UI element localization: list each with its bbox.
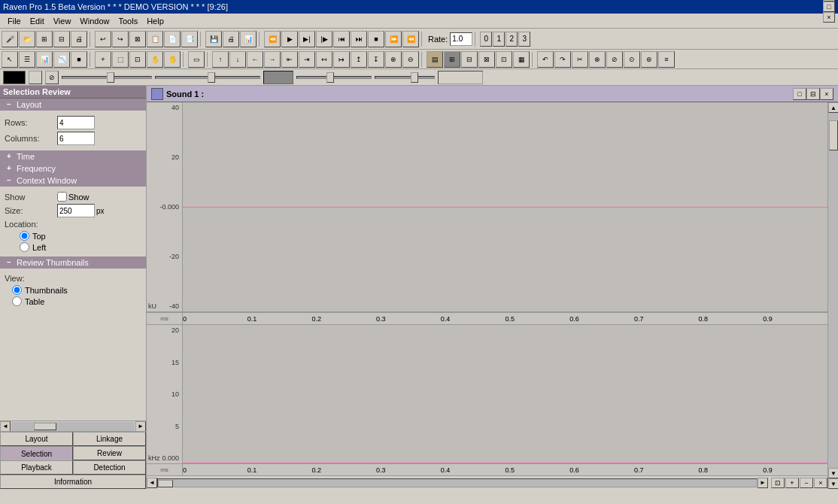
tb-btn-15[interactable]: ▶ — [281, 31, 298, 47]
zoom-minus-button[interactable]: − — [800, 478, 813, 488]
zoom-plus-button[interactable]: + — [785, 478, 799, 488]
tb2-btn-30[interactable]: ↶ — [537, 51, 554, 68]
print-button[interactable]: 🖨 — [71, 31, 87, 47]
vscroll-up-button[interactable]: ▲ — [828, 102, 838, 113]
play-sel-button[interactable]: ▶| — [299, 31, 315, 47]
fit-button[interactable]: ⊡ — [771, 478, 785, 488]
right-sel-button[interactable]: → — [264, 51, 281, 68]
rows-input[interactable] — [57, 116, 95, 129]
view-btn-5[interactable]: ⊡ — [496, 51, 512, 68]
num-0[interactable]: 0 — [480, 32, 492, 47]
tb2-btn-17[interactable]: ⇤ — [281, 51, 298, 68]
tb2-btn-23[interactable]: ⊕ — [385, 51, 402, 68]
tb-btn-20[interactable]: ■ — [368, 31, 384, 47]
freq-section-header[interactable]: + Frequency — [0, 162, 146, 175]
grid2-button[interactable]: ⊟ — [53, 31, 70, 47]
rate-input[interactable] — [450, 32, 472, 46]
menu-file[interactable]: File — [3, 15, 26, 27]
up-button[interactable]: ↑ — [212, 51, 229, 68]
num-2[interactable]: 2 — [506, 32, 518, 47]
bar-button[interactable]: 📊 — [36, 51, 53, 68]
tb-btn-6[interactable]: ↪ — [112, 31, 129, 47]
view-btn-3[interactable]: ⊟ — [461, 51, 478, 68]
menu-tools[interactable]: Tools — [114, 15, 142, 27]
open-button[interactable]: 📂 — [19, 31, 35, 47]
color-picker[interactable] — [3, 71, 26, 84]
hscroll-track[interactable] — [11, 422, 135, 431]
vscroll-extra-button[interactable]: ▼ — [828, 478, 838, 489]
tb-btn-22[interactable]: ⏪ — [402, 31, 419, 47]
add-button[interactable]: + — [95, 51, 111, 68]
tb2-btn-31[interactable]: ↷ — [554, 51, 571, 68]
ctx-top-radio[interactable] — [20, 231, 29, 241]
tb2-btn-20[interactable]: ↦ — [333, 51, 350, 68]
tb-btn-13[interactable]: 📊 — [240, 31, 257, 47]
menu-window[interactable]: Window — [75, 15, 114, 27]
tb2-btn-32[interactable]: ✂ — [572, 51, 588, 68]
sound-close-button[interactable]: × — [820, 88, 833, 100]
tb2-btn-22[interactable]: ↧ — [368, 51, 384, 68]
sel-button[interactable]: ⬚ — [112, 51, 129, 68]
time-section-header[interactable]: + Time — [0, 150, 146, 162]
ctx-left-radio[interactable] — [20, 242, 29, 252]
tb2-btn-19[interactable]: ↤ — [316, 51, 332, 68]
ctx-size-input[interactable] — [57, 204, 95, 217]
tb-btn-17[interactable]: |▶ — [316, 31, 332, 47]
tb-btn-8[interactable]: 📋 — [147, 31, 163, 47]
hand-button[interactable]: ✋ — [147, 51, 163, 68]
tab-playback[interactable]: Playback — [0, 460, 73, 475]
hscroll-thumb[interactable] — [34, 423, 56, 430]
num-3[interactable]: 3 — [518, 32, 530, 47]
hscroll-right-button[interactable]: ► — [135, 421, 146, 432]
vscroll-thumb[interactable] — [829, 120, 838, 150]
view-btn-2[interactable]: ⊞ — [444, 51, 460, 68]
tb-btn-21[interactable]: ⏩ — [385, 31, 402, 47]
tb2-btn-36[interactable]: ⊚ — [641, 51, 657, 68]
sound-restore-button[interactable]: ⊟ — [806, 88, 820, 100]
tb2-btn-33[interactable]: ⊗ — [589, 51, 606, 68]
layout-section-header[interactable]: − Layout — [0, 99, 146, 111]
brightness-slider[interactable] — [62, 76, 152, 79]
vscroll-track[interactable] — [828, 113, 838, 468]
hscroll-left-button[interactable]: ◄ — [0, 421, 11, 432]
tb2-btn-37[interactable]: ≡ — [658, 51, 675, 68]
cols-input[interactable] — [57, 132, 95, 145]
tb2-btn-18[interactable]: ⇥ — [299, 51, 315, 68]
contrast-slider[interactable] — [155, 76, 260, 79]
table-radio[interactable] — [12, 296, 22, 306]
review-section-header[interactable]: − Review Thumbnails — [0, 257, 146, 269]
tb-btn-5[interactable]: ↩ — [95, 31, 111, 47]
vscroll-down-button[interactable]: ▼ — [828, 468, 838, 478]
list-button[interactable]: ☰ — [19, 51, 35, 68]
tab-information[interactable]: Information — [0, 475, 146, 489]
tb2-btn-24[interactable]: ⊖ — [402, 51, 419, 68]
sel2-button[interactable]: ⊡ — [129, 51, 146, 68]
menu-view[interactable]: View — [49, 15, 76, 27]
view-btn-1[interactable]: ▤ — [427, 51, 443, 68]
h-scroll-thumb[interactable] — [158, 480, 173, 487]
tb-btn-7[interactable]: ⊠ — [129, 31, 146, 47]
tb2-btn-35[interactable]: ⊙ — [624, 51, 640, 68]
grid-button[interactable]: ⊞ — [36, 31, 53, 47]
view-btn-4[interactable]: ⊠ — [478, 51, 495, 68]
tab-selection[interactable]: Selection — [0, 446, 73, 460]
color-picker2[interactable] — [29, 71, 42, 84]
pointer-button[interactable]: ↖ — [2, 51, 18, 68]
rect-button[interactable]: ▭ — [188, 51, 205, 68]
waveform-main[interactable] — [183, 102, 827, 311]
tb2-btn-34[interactable]: ⊘ — [606, 51, 623, 68]
spectrogram-main[interactable] — [183, 325, 827, 463]
tab-detection[interactable]: Detection — [73, 460, 146, 475]
sound-expand-button[interactable]: □ — [793, 88, 806, 100]
tab-layout[interactable]: Layout — [0, 432, 73, 446]
bar2-button[interactable]: 📉 — [53, 51, 70, 68]
num-1[interactable]: 1 — [493, 32, 505, 47]
slider-3[interactable] — [296, 76, 372, 79]
ctx-section-header[interactable]: − Context Window — [0, 175, 146, 187]
tb-btn-12[interactable]: 🖨 — [223, 31, 239, 47]
tab-linkage[interactable]: Linkage — [73, 432, 146, 446]
tb3-btn-1[interactable]: ⊘ — [45, 71, 59, 84]
maximize-button[interactable]: □ — [823, 2, 835, 12]
down-button[interactable]: ↓ — [229, 51, 246, 68]
view-btn-6[interactable]: ▦ — [513, 51, 530, 68]
